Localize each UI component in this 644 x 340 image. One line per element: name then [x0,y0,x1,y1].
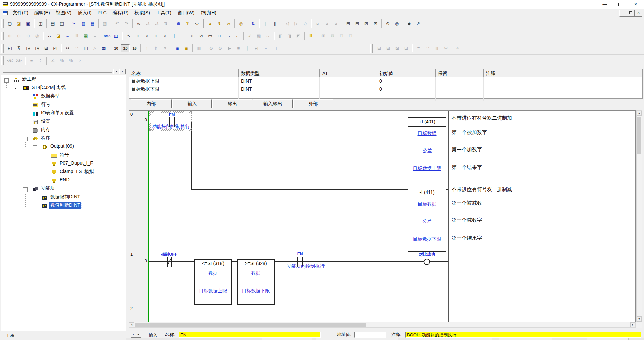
tree-item-3[interactable]: 符号 [40,101,51,108]
download-to-plc-icon[interactable]: ◁ [283,19,291,28]
tree-item-12[interactable]: END [59,177,71,183]
table-cell[interactable] [484,85,642,93]
cycle-time-icon[interactable]: CT [112,32,120,40]
panel-drag-handle[interactable] [3,71,112,73]
panel-close-button[interactable]: × [119,69,126,74]
table-cell[interactable]: DINT [239,77,320,85]
data-trace-icon[interactable]: ⊞ [319,32,328,40]
tree-collapse-box[interactable] [23,137,28,141]
new-instruction-icon[interactable]: ▭ [206,32,214,40]
percent-1-icon[interactable]: % [58,57,66,65]
new-or-closed-contact-icon[interactable]: ⊣∕⊢ [161,32,169,40]
clock-icon[interactable]: ⊙ [384,19,392,28]
menu-e[interactable]: 编辑(E) [31,9,53,17]
minimize-button[interactable]: — [597,0,612,9]
run-icon[interactable]: ▶ [225,44,234,52]
table-cell[interactable] [320,85,377,93]
run-mode-icon[interactable]: ⊡ [371,19,380,28]
tree-item-0[interactable]: 新工程 [21,76,37,83]
menu-h[interactable]: 帮助(H) [197,9,219,17]
io-table-window-icon[interactable]: ▦ [100,44,108,52]
properties-icon[interactable]: ◰ [51,44,59,52]
redo-icon[interactable]: ↷ [122,19,131,28]
select-tool-icon[interactable]: ↖ [125,32,133,40]
operand[interactable]: 目标数据上限 [408,166,446,172]
edit-bar-prev-button[interactable]: ◄ [136,332,141,338]
scroll-down-icon[interactable]: ▼ [637,316,642,322]
debug-mode-icon[interactable]: ⊟ [353,19,361,28]
online-edit-icon[interactable]: ¤ [332,19,340,28]
table-cell[interactable] [436,85,484,93]
operand[interactable]: 目标数据上限 [195,288,231,294]
continuous-run-icon[interactable]: » [261,44,270,52]
set-value-icon[interactable]: ↑ [143,44,151,52]
mdi-restore-button[interactable] [627,10,635,17]
column-header-5[interactable]: 注释 [484,69,642,77]
view-doc-icon[interactable]: ◫ [36,19,45,28]
tree-item-11[interactable]: Clamp_LS_模拟 [59,168,95,175]
pause-trigger-icon[interactable]: ∥ [270,19,279,28]
table-row[interactable]: 目标数据上限DINT0 [129,77,642,85]
ladder-editor[interactable]: 0 0 EN 功能块的控制执行 +L(401) 目标数据 公差 目标数据上限 不… [129,110,636,322]
wrap-rung-icon[interactable]: ≡ [91,32,99,40]
ladder-hscrollbar[interactable]: ◄ ► [129,322,636,328]
watch-window-3-icon[interactable]: ◩ [294,32,303,40]
toolbar-grip[interactable] [1,19,4,28]
table-cell[interactable]: DINT [239,85,320,93]
operand[interactable]: 数据 [238,270,274,277]
time-chart-sampling-icon[interactable]: SMA [103,32,111,40]
tree-collapse-box[interactable] [33,145,37,150]
find-window-icon[interactable]: ◲ [24,44,32,52]
toolbar-grip[interactable] [202,19,204,28]
tree-item-7[interactable]: 程序 [40,135,51,141]
paste-special-icon[interactable]: ▧ [101,19,109,28]
table-cell[interactable]: 目标数据下限 [129,85,239,93]
edit-bar-close-button[interactable]: × [131,332,136,338]
menu-i[interactable]: 插入(I) [75,9,94,17]
mdi-close-button[interactable]: × [635,10,642,17]
menu-w[interactable]: 窗口(W) [175,9,198,17]
toolbar-grip[interactable] [370,44,373,53]
scroll-left-icon[interactable]: ◄ [129,322,134,327]
new-inverted-instruction-icon[interactable]: ¬ [224,32,233,40]
table-cell[interactable]: 0 [377,77,436,85]
tree-item-15[interactable]: 数值判断DINT [49,202,81,209]
column-header-3[interactable]: 初始值 [377,69,436,77]
pause-monitor-icon[interactable]: ∥ [261,19,270,28]
online-edit-send-icon[interactable]: ▧ [255,32,263,40]
fb-align-center-icon[interactable]: ⊞ [384,44,392,52]
watch-window-2-icon[interactable]: ◨ [285,32,294,40]
operand[interactable]: 目标数据下限 [238,288,274,294]
name-field[interactable]: EN [179,332,321,338]
ladder-editor-icon[interactable]: ◫ [82,44,90,52]
new-file-icon[interactable]: ▢ [6,19,14,28]
var-tab-3[interactable]: 输入输出 [253,99,293,108]
build-fb-icon[interactable]: ⊼ [15,44,23,52]
hscroll-thumb[interactable] [135,323,366,327]
operand[interactable]: 数据 [195,270,231,277]
copy-icon[interactable]: ▥ [79,19,88,28]
tree-item-10[interactable]: P07_Ouput_I_F [59,160,94,166]
compare-with-plc-icon[interactable]: ◇ [301,19,309,28]
partial-upload-icon[interactable]: ¤ [323,19,331,28]
instruction-block-subtract[interactable]: -L(411) 目标数据 公差 目标数据下限 [408,188,446,252]
scroll-right-icon[interactable]: ► [630,322,635,327]
print-preview-icon[interactable]: ◳ [58,19,66,28]
tree-collapse-box[interactable] [23,187,28,192]
column-header-0[interactable]: 名称 [129,69,239,77]
tree-item-2[interactable]: 数据类型 [40,93,61,99]
operand[interactable]: 公差 [408,218,446,224]
menu-plc[interactable]: PLC [94,9,109,17]
symbols-editor-icon[interactable]: ✂ [63,44,72,52]
toggle-grid-icon[interactable]: ∷ [45,32,54,40]
menu-f[interactable]: 文件(F) [10,9,31,17]
check-options-icon[interactable]: ⊡ [346,32,355,40]
cascade-windows-icon[interactable]: ◳ [33,44,41,52]
partial-download-icon[interactable]: ¤ [313,19,322,28]
find-icon[interactable]: ∞ [135,19,143,28]
tree-item-6[interactable]: 内存 [40,126,51,133]
table-row[interactable]: 目标数据下限DINT0 [129,85,642,93]
new-contact-icon[interactable]: ⊣⊢ [134,32,142,40]
float-window-icon[interactable]: ◱ [6,44,14,52]
step-run-icon[interactable]: ▶∣ [252,44,261,52]
